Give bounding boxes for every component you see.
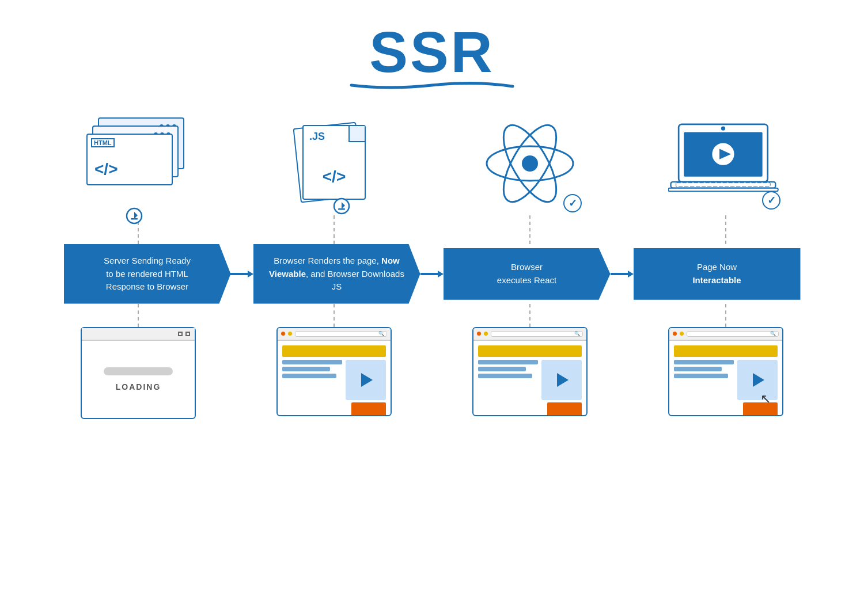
video-box-3	[737, 360, 778, 400]
js-file-icon: .JS </>	[276, 112, 392, 215]
yellow-bar	[282, 345, 386, 357]
labels-row: Server Sending Readyto be rendered HTMLR…	[0, 244, 864, 304]
arrow-box-2: Browser Renders the page, Now Viewable, …	[253, 244, 420, 304]
laptop-check-badge: ✓	[762, 191, 780, 210]
label-col-1: Server Sending Readyto be rendered HTMLR…	[64, 244, 230, 304]
svg-marker-19	[420, 271, 444, 277]
loading-progress-bar	[104, 367, 173, 375]
line-1	[282, 360, 342, 364]
content-row	[282, 360, 386, 416]
arrow-box-4-text: Page NowInteractable	[692, 261, 741, 287]
react-atom-icon: ✓	[472, 112, 588, 215]
orange-box-2	[547, 402, 582, 416]
line-1-2	[478, 360, 538, 364]
content-lines-3	[674, 360, 734, 416]
tb-dot-yellow	[288, 332, 292, 336]
right-col	[346, 360, 386, 416]
address-bar: 🔍	[295, 331, 387, 337]
tb-dot-red-2	[477, 332, 481, 336]
tb-dot-yellow-3	[680, 332, 684, 336]
browser-content-react	[473, 341, 586, 416]
col-browser-viewable: 🔍	[236, 327, 432, 416]
main-diagram: HTML </>	[0, 112, 864, 419]
svg-point-9	[522, 155, 538, 172]
loading-label: LOADING	[116, 382, 161, 391]
line-1-3	[674, 360, 734, 364]
js-file-graphic: .JS </>	[294, 115, 374, 212]
line-2-2	[478, 367, 526, 371]
svg-rect-17	[668, 188, 778, 191]
col-browser-loading: LOADING	[40, 327, 236, 419]
content-row-2	[478, 360, 582, 416]
arrow-box-3-text: Browserexecutes React	[497, 261, 556, 287]
address-bar-2: 🔍	[491, 331, 583, 337]
react-check-badge: ✓	[563, 194, 582, 212]
address-bar-3: 🔍	[687, 331, 779, 337]
download-arrow-icon	[126, 207, 143, 227]
title-underline	[346, 81, 518, 92]
arrow-box-1: Server Sending Readyto be rendered HTMLR…	[64, 244, 231, 304]
orange-box	[351, 402, 386, 416]
loading-content: LOADING	[82, 341, 195, 418]
tb-dot-yellow-2	[484, 332, 488, 336]
col-browser-interactive: 🔍	[628, 327, 824, 416]
svg-rect-5	[338, 208, 345, 210]
vline-4b	[725, 304, 726, 327]
video-box-2	[541, 360, 582, 400]
download-arrow-js-icon	[333, 197, 350, 217]
search-icon-small-2: 🔍	[574, 331, 580, 336]
title-section: SSR	[346, 23, 518, 94]
h-arrow-3	[611, 268, 634, 280]
col-browser-react: 🔍	[432, 327, 628, 416]
label-col-4: Page NowInteractable	[634, 248, 801, 300]
vline-3b	[529, 304, 530, 327]
browsers-row: LOADING 🔍	[0, 327, 864, 419]
vline-2a	[334, 215, 335, 244]
toolbar-square-1	[178, 332, 183, 336]
arrow-box-1-text: Server Sending Readyto be rendered HTMLR…	[104, 254, 191, 294]
content-lines	[282, 360, 342, 416]
browser-content-viewable	[278, 341, 391, 416]
search-icon-small: 🔍	[378, 331, 384, 336]
arrow-box-4: Page NowInteractable	[634, 248, 801, 300]
vline-1b	[138, 304, 139, 327]
react-browser-icon: 🔍	[472, 327, 588, 416]
play-button-icon	[361, 373, 373, 387]
play-button-icon-3	[753, 373, 764, 387]
right-col-3	[737, 360, 778, 416]
line-2-3	[674, 367, 722, 371]
tb-dot-red	[281, 332, 285, 336]
toolbar-square-2	[185, 332, 190, 336]
interactive-toolbar: 🔍	[669, 328, 782, 341]
loading-toolbar	[82, 328, 195, 341]
loading-browser-icon: LOADING	[81, 327, 196, 419]
laptop-icon: ✓	[668, 112, 783, 215]
yellow-bar-3	[674, 345, 778, 357]
arrow-box-3: Browserexecutes React	[444, 248, 611, 300]
col-js: .JS </>	[236, 112, 432, 244]
line-3-2	[478, 374, 532, 378]
h-arrow-2	[420, 268, 444, 280]
line-2	[282, 367, 330, 371]
vline-2b	[334, 304, 335, 327]
col-laptop: ✓	[628, 112, 824, 244]
vlines-middle-row	[0, 304, 864, 327]
line-3	[282, 374, 336, 378]
vline-col-1b	[40, 304, 236, 327]
yellow-bar-2	[478, 345, 582, 357]
svg-marker-20	[611, 271, 634, 277]
label-col-3: Browserexecutes React	[444, 248, 611, 300]
interactive-browser-icon: 🔍	[668, 327, 783, 416]
col-html: HTML </>	[40, 112, 236, 244]
label-col-2: Browser Renders the page, Now Viewable, …	[253, 244, 420, 304]
svg-rect-2	[131, 218, 138, 220]
vline-col-4b	[628, 304, 824, 327]
svg-point-11	[721, 126, 725, 130]
play-button-icon-2	[557, 373, 569, 387]
search-icon-small-3: 🔍	[770, 331, 776, 336]
html-stack-graphic: HTML </>	[86, 117, 190, 210]
viewable-toolbar: 🔍	[278, 328, 391, 341]
h-arrow-1	[230, 268, 253, 280]
col-react: ✓	[432, 112, 628, 244]
vline-col-3b	[432, 304, 628, 327]
